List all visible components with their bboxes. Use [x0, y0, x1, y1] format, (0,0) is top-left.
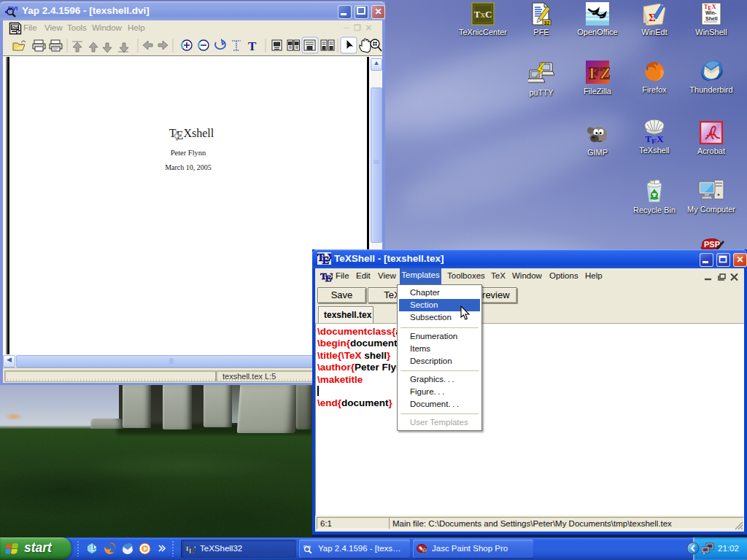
svg-text:Win-: Win- — [705, 10, 717, 15]
svg-text:FZ: FZ — [589, 63, 610, 82]
svg-text:TEX: TEX — [320, 271, 333, 282]
svg-text:DVI: DVI — [12, 26, 18, 30]
svg-text:8: 8 — [423, 548, 426, 553]
svg-text:TEX: TEX — [185, 544, 196, 553]
svg-text:TxC: TxC — [474, 9, 492, 20]
svg-text:Shell: Shell — [705, 16, 718, 21]
svg-text:TEX: TEX — [317, 252, 331, 265]
svg-text:32: 32 — [544, 20, 550, 26]
svg-text:T: T — [248, 39, 257, 53]
